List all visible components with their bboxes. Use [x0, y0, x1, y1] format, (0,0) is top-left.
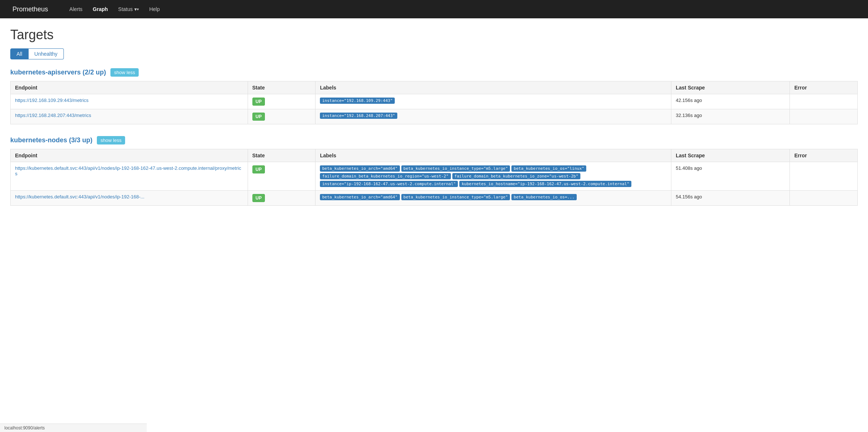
labels-cell: beta_kubernetes_io_arch="amd64"beta_kube…: [320, 165, 667, 187]
filter-unhealthy-button[interactable]: Unhealthy: [29, 48, 64, 59]
section-title-nodes: kubernetes-nodes (3/3 up): [10, 136, 92, 144]
page-title: Targets: [10, 27, 858, 43]
filter-all-button[interactable]: All: [10, 48, 29, 59]
th-scrape-2: Last Scrape: [671, 149, 790, 162]
th-labels-2: Labels: [316, 149, 671, 162]
navbar: Prometheus Alerts Graph Status ▾ Help: [0, 0, 868, 18]
section-title-apiservers: kubernetes-apiservers (2/2 up): [10, 69, 106, 76]
th-state-2: State: [248, 149, 316, 162]
show-less-button-apiservers[interactable]: show less: [110, 68, 139, 77]
section-kubernetes-nodes: kubernetes-nodes (3/3 up) show less Endp…: [10, 136, 858, 206]
labels-cell: instance="192.168.109.29:443": [320, 98, 667, 104]
nav-alerts[interactable]: Alerts: [64, 0, 88, 18]
label-badge: instance="192.168.248.207:443": [320, 113, 397, 119]
labels-cell: instance="192.168.248.207:443": [320, 113, 667, 119]
last-scrape: 32.136s ago: [671, 109, 790, 124]
label-badge: kubernetes_io_hostname="ip-192-168-162-4…: [459, 181, 631, 187]
label-badge: beta_kubernetes_io_instance_type="m5.lar…: [401, 165, 510, 172]
error-cell: [790, 94, 858, 109]
label-badge: failure_domain_beta_kubernetes_io_zone="…: [452, 173, 581, 179]
apiservers-table: Endpoint State Labels Last Scrape Error …: [10, 81, 858, 124]
state-badge: UP: [252, 113, 265, 121]
last-scrape: 54.156s ago: [671, 191, 790, 206]
label-badge: beta_kubernetes_io_arch="amd64": [320, 194, 400, 200]
label-badge: beta_kubernetes_io_os=...: [511, 194, 577, 200]
labels-cell: beta_kubernetes_io_arch="amd64"beta_kube…: [320, 194, 667, 200]
label-badge: instance="192.168.109.29:443": [320, 98, 395, 104]
page-content: Targets All Unhealthy kubernetes-apiserv…: [0, 18, 868, 226]
th-endpoint-2: Endpoint: [11, 149, 248, 162]
table-row: https://192.168.248.207:443/metricsUPins…: [11, 109, 858, 124]
label-badge: beta_kubernetes_io_arch="amd64": [320, 165, 400, 172]
error-cell: [790, 162, 858, 191]
label-badge: beta_kubernetes_io_instance_type="m5.lar…: [401, 194, 510, 200]
section-header-nodes: kubernetes-nodes (3/3 up) show less: [10, 136, 858, 144]
state-badge: UP: [252, 194, 265, 202]
th-error-2: Error: [790, 149, 858, 162]
table-row: https://kubernetes.default.svc:443/api/v…: [11, 162, 858, 191]
endpoint-link[interactable]: https://kubernetes.default.svc:443/api/v…: [15, 165, 241, 176]
error-cell: [790, 109, 858, 124]
label-badge: failure_domain_beta_kubernetes_io_region…: [320, 173, 451, 179]
last-scrape: 51.408s ago: [671, 162, 790, 191]
th-labels-1: Labels: [316, 81, 671, 94]
endpoint-link[interactable]: https://192.168.109.29:443/metrics: [15, 98, 88, 103]
nav-graph[interactable]: Graph: [88, 0, 113, 18]
th-state-1: State: [248, 81, 316, 94]
nodes-table: Endpoint State Labels Last Scrape Error …: [10, 149, 858, 206]
endpoint-link[interactable]: https://kubernetes.default.svc:443/api/v…: [15, 194, 145, 199]
nav-status-dropdown[interactable]: Status ▾: [113, 0, 144, 18]
table-row: https://kubernetes.default.svc:443/api/v…: [11, 191, 858, 206]
label-badge: instance="ip-192-168-162-47.us-west-2.co…: [320, 181, 458, 187]
error-cell: [790, 191, 858, 206]
label-badge: beta_kubernetes_io_os="linux": [511, 165, 586, 172]
filter-bar: All Unhealthy: [10, 48, 858, 59]
state-badge: UP: [252, 98, 265, 106]
endpoint-link[interactable]: https://192.168.248.207:443/metrics: [15, 113, 91, 118]
last-scrape: 42.156s ago: [671, 94, 790, 109]
table-row: https://192.168.109.29:443/metricsUPinst…: [11, 94, 858, 109]
section-kubernetes-apiservers: kubernetes-apiservers (2/2 up) show less…: [10, 68, 858, 124]
nav-help[interactable]: Help: [144, 0, 165, 18]
th-scrape-1: Last Scrape: [671, 81, 790, 94]
th-endpoint-1: Endpoint: [11, 81, 248, 94]
brand-logo[interactable]: Prometheus: [7, 0, 53, 18]
show-less-button-nodes[interactable]: show less: [97, 136, 125, 144]
th-error-1: Error: [790, 81, 858, 94]
nav-status[interactable]: Status ▾: [113, 0, 144, 18]
section-header-apiservers: kubernetes-apiservers (2/2 up) show less: [10, 68, 858, 77]
state-badge: UP: [252, 165, 265, 173]
